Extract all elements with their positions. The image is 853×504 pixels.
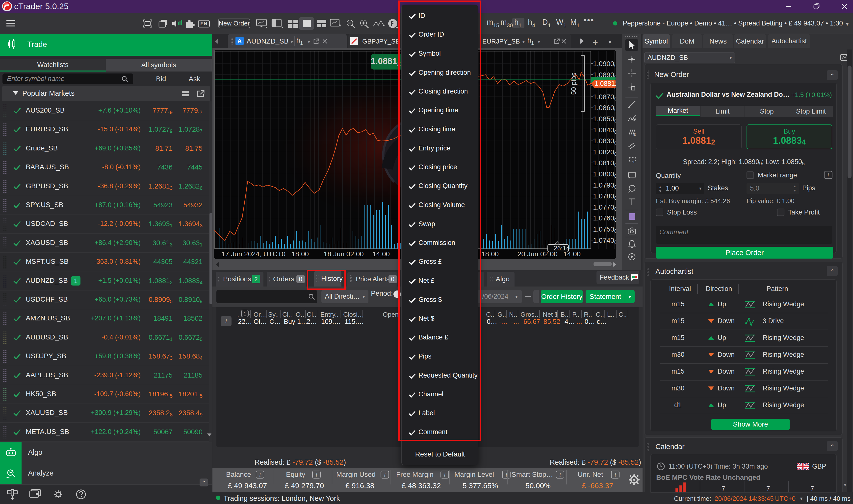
svg-text:18 Jun 02:00: 18 Jun 02:00 — [324, 250, 364, 258]
svg-text:1.08400: 1.08400 — [593, 126, 616, 134]
svg-text:20 Jun 02:00: 20 Jun 02:00 — [518, 250, 558, 258]
svg-text:14:00: 14:00 — [563, 250, 581, 258]
svg-text:F: F — [633, 160, 636, 164]
svg-text:1.07800: 1.07800 — [593, 192, 616, 201]
svg-text:17 Jun 2024, UTC+0: 17 Jun 2024, UTC+0 — [221, 250, 285, 258]
svg-text:1.08300: 1.08300 — [593, 137, 616, 145]
svg-text:1.08700: 1.08700 — [593, 93, 616, 102]
svg-text:1.07900: 1.07900 — [593, 181, 616, 190]
svg-text:1.08500: 1.08500 — [593, 115, 616, 124]
svg-text:1.07700: 1.07700 — [593, 203, 616, 212]
svg-text:1.08812: 1.08812 — [371, 56, 401, 67]
svg-text:1.08000: 1.08000 — [593, 170, 616, 179]
svg-text:1.09000: 1.09000 — [593, 60, 616, 68]
svg-text:1.07500: 1.07500 — [593, 226, 616, 234]
svg-text:1.07600: 1.07600 — [593, 214, 616, 223]
svg-text:50 pips: 50 pips — [570, 72, 577, 95]
svg-text:1.08600: 1.08600 — [593, 104, 616, 112]
svg-text:14:00: 14:00 — [372, 250, 390, 258]
svg-text:1.07400: 1.07400 — [593, 236, 616, 245]
svg-text:1.08100: 1.08100 — [593, 159, 616, 167]
svg-text:1.08812: 1.08812 — [594, 80, 616, 87]
svg-text:E: E — [633, 132, 636, 136]
svg-text:1.08200: 1.08200 — [593, 148, 616, 157]
svg-text:18:00: 18:00 — [292, 250, 309, 258]
svg-text:18:00: 18:00 — [481, 250, 499, 258]
